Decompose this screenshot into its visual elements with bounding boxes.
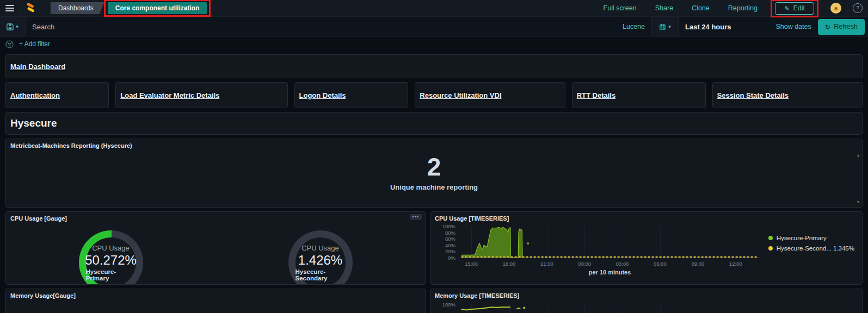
calendar-icon (659, 23, 666, 30)
scroll-up-icon[interactable]: ▲ (857, 153, 860, 157)
refresh-icon: ↻ (825, 23, 830, 31)
legend-dot-icon (768, 246, 773, 251)
metric-value: 2 (427, 153, 441, 181)
gauge-machine: Hysecure-Secondary (296, 268, 346, 281)
logon-details-panel: Logon Details (294, 82, 409, 108)
full-screen-link[interactable]: Full screen (604, 4, 637, 12)
x-axis-title: per 10 minutes (459, 269, 761, 276)
authentication-link[interactable]: Authentication (10, 91, 60, 99)
cpu-gauge-secondary: CPU Usage 1.426% Hysecure-Secondary (288, 230, 353, 285)
time-range-value[interactable]: Last 24 hours (679, 23, 738, 31)
panel-title: Memory Usage[Gauge] (6, 289, 425, 302)
legend-item[interactable]: Hysecure-Second... 1.345% (768, 245, 854, 252)
cpu-timeseries-chart: 15:0018:0021:0000:0003:0006:0009:0012:00… (435, 222, 858, 282)
resource-utilization-panel: Resource Utilization VDI (415, 82, 565, 108)
main-dashboard-link[interactable]: Main Dashboard (10, 62, 65, 71)
section-title: Hysecure (10, 117, 57, 129)
x-tick-label: 15:00 (459, 261, 483, 267)
filter-bar: + Add filter (0, 37, 868, 51)
memory-gauge-panel: Memory Usage[Gauge] (5, 289, 426, 313)
nav-divider (20, 3, 20, 13)
authentication-panel: Authentication (5, 82, 109, 108)
edit-button[interactable]: ✎ Edit (775, 2, 814, 15)
logon-details-link[interactable]: Logon Details (299, 91, 346, 99)
memory-timeseries-chart: 15:0018:0021:0000:0003:0006:0009:0012:00… (435, 299, 858, 313)
query-language-button[interactable]: Lucene (623, 23, 645, 30)
share-link[interactable]: Share (655, 4, 673, 12)
legend-label: Hysecure-Second... 1.345% (777, 245, 854, 252)
dashboard-links-row: Authentication Load Evaluator Metric Det… (5, 82, 863, 108)
resource-utilization-link[interactable]: Resource Utilization VDI (420, 91, 501, 99)
panel-scrollbar[interactable]: ▲ ▼ (855, 153, 861, 204)
search-input[interactable] (26, 23, 623, 31)
x-tick-label: 21:00 (535, 261, 559, 267)
avatar[interactable]: a (830, 3, 841, 14)
elastic-logo[interactable] (26, 3, 35, 14)
pencil-icon: ✎ (784, 4, 790, 12)
main-dashboard-panel: Main Dashboard (5, 54, 863, 78)
legend-label: Hysecure-Primary (777, 235, 827, 241)
scroll-down-icon[interactable]: ▼ (857, 200, 860, 204)
nav-divider (847, 3, 847, 13)
show-dates-button[interactable]: Show dates (775, 23, 811, 30)
y-tick-label: 100% (436, 302, 455, 308)
breadcrumb-current[interactable]: Core component utilization (108, 2, 207, 14)
gauge-machine: Hysecure-Primary (86, 268, 136, 281)
cpu-row: CPU Usage [Gauge] ••• CPU Usage 50.272% … (5, 211, 863, 285)
refresh-button[interactable]: ↻ Refresh (818, 19, 865, 35)
help-icon[interactable]: ? (853, 3, 863, 13)
reporting-link[interactable]: Reporting (728, 4, 758, 12)
breadcrumb: Dashboards Core component utilization (51, 2, 207, 14)
rtt-details-link[interactable]: RTT Details (577, 91, 616, 99)
cpu-gauge-primary: CPU Usage 50.272% Hysecure-Primary (79, 230, 143, 285)
edit-button-label: Edit (793, 4, 805, 12)
query-bar: ▾ Lucene ▾ Last 24 hours Show dates ↻ Re… (0, 17, 868, 37)
panel-title: CPU Usage [Gauge] (6, 212, 425, 225)
x-tick-label: 03:00 (611, 261, 635, 267)
y-tick-label: 80% (436, 230, 455, 236)
refresh-label: Refresh (834, 23, 858, 30)
metricbeat-panel: Metricbeat-Machines Reporting (Hysecure)… (5, 139, 863, 208)
plot-area: 15:0018:0021:0000:0003:0006:0009:0012:00… (459, 304, 761, 313)
clone-link[interactable]: Clone (692, 4, 710, 12)
hysecure-section-panel: Hysecure (5, 112, 863, 135)
chart-legend: Hysecure-PrimaryHysecure-Second... 1.345… (768, 235, 854, 252)
calendar-menu-button[interactable]: ▾ (651, 17, 679, 36)
dashboard-grid: Main Dashboard Authentication Load Evalu… (0, 51, 868, 313)
chevron-down-icon: ▾ (668, 24, 671, 29)
load-evaluator-panel: Load Evaluator Metric Details (115, 82, 287, 108)
date-picker: ▾ Last 24 hours Show dates ↻ Refresh (651, 17, 868, 36)
legend-dot-icon (768, 236, 773, 240)
panel-title: Metricbeat-Machines Reporting (Hysecure) (6, 139, 862, 152)
chevron-down-icon: ▾ (16, 24, 19, 29)
y-tick-label: 60% (436, 236, 455, 242)
breadcrumb-dashboards[interactable]: Dashboards (51, 2, 104, 14)
x-tick-label: 12:00 (724, 261, 748, 267)
cpu-gauge-panel: CPU Usage [Gauge] ••• CPU Usage 50.272% … (5, 211, 426, 285)
gauge-label: CPU Usage (92, 244, 130, 252)
x-tick-label: 09:00 (686, 261, 710, 267)
filter-icon[interactable] (5, 40, 14, 48)
gauge-label: CPU Usage (301, 244, 339, 252)
plot-area: 15:0018:0021:0000:0003:0006:0009:0012:00… (459, 226, 761, 258)
y-tick-label: 100% (436, 223, 455, 229)
panel-options-button[interactable]: ••• (410, 214, 422, 220)
top-nav: Dashboards Core component utilization Fu… (0, 0, 868, 17)
y-tick-label: 0% (436, 255, 455, 261)
save-icon (7, 23, 14, 30)
memory-timeseries-panel: Memory Usage [TIMESERIES] 15:0018:0021:0… (430, 289, 863, 313)
gauge-value: 1.426% (298, 253, 342, 268)
legend-item[interactable]: Hysecure-Primary (768, 235, 854, 241)
saved-query-menu-button[interactable]: ▾ (0, 17, 26, 36)
load-evaluator-link[interactable]: Load Evaluator Metric Details (120, 91, 219, 99)
cpu-timeseries-panel: CPU Usage [TIMESERIES] 15:0018:0021:0000… (430, 211, 863, 285)
add-filter-button[interactable]: + Add filter (19, 40, 50, 48)
metric-label: Unique machine reporting (390, 183, 478, 191)
y-tick-label: 20% (436, 248, 455, 254)
session-state-panel: Session State Details (712, 82, 863, 108)
session-state-link[interactable]: Session State Details (717, 91, 789, 99)
memory-row: Memory Usage[Gauge] Memory Usage [TIMESE… (5, 289, 863, 313)
menu-icon[interactable] (5, 5, 14, 11)
x-tick-label: 18:00 (497, 261, 521, 267)
gauge-value: 50.272% (85, 253, 137, 268)
